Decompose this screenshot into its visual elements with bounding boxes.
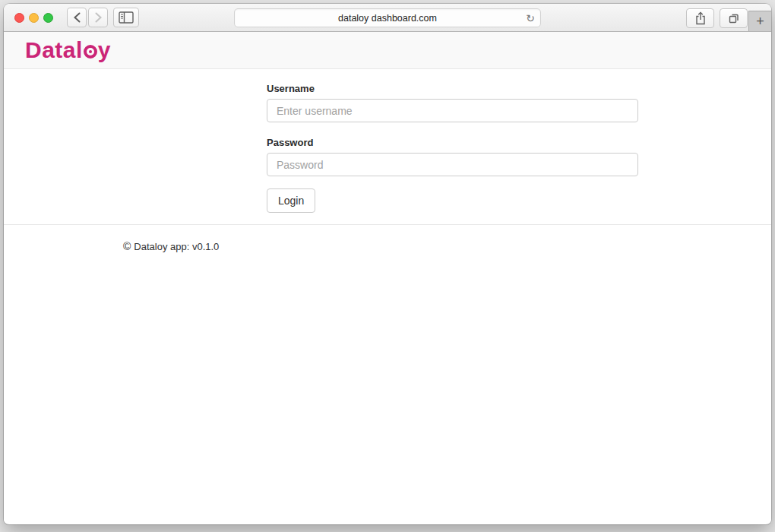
dataloy-logo: Datal y (25, 37, 111, 63)
forward-button[interactable] (88, 8, 108, 27)
chevron-right-icon (94, 12, 103, 23)
browser-toolbar: dataloy dashboard.com ↻ + (4, 4, 771, 32)
username-input[interactable] (267, 99, 638, 122)
password-group: Password (267, 137, 771, 176)
new-tab-button[interactable]: + (748, 11, 771, 31)
sidebar-icon (119, 11, 134, 24)
tabs-icon (728, 12, 740, 24)
address-bar[interactable]: dataloy dashboard.com ↻ (234, 8, 541, 27)
tab-overview-button[interactable] (720, 8, 748, 28)
close-window-button[interactable] (14, 13, 24, 23)
logo-text-after: y (98, 37, 111, 63)
page-viewport: Datal y Username Password Login © Datalo… (4, 32, 771, 524)
logo-bullseye-o (84, 45, 97, 59)
login-form: Username Password Login (267, 83, 771, 213)
plus-icon: + (756, 14, 764, 30)
username-label: Username (267, 83, 771, 94)
zoom-window-button[interactable] (43, 13, 53, 23)
password-label: Password (267, 137, 771, 148)
nav-buttons (67, 8, 108, 27)
share-icon (695, 11, 706, 25)
chevron-left-icon (73, 12, 81, 23)
app-version-text: Dataloy app: v0.1.0 (134, 241, 219, 252)
password-input[interactable] (267, 153, 638, 176)
login-button[interactable]: Login (267, 188, 315, 213)
username-group: Username (267, 83, 771, 122)
back-button[interactable] (67, 8, 87, 27)
browser-window: dataloy dashboard.com ↻ + (4, 4, 771, 524)
page-footer: © Dataloy app: v0.1.0 (4, 225, 771, 252)
url-text: dataloy dashboard.com (338, 13, 437, 24)
login-section: Username Password Login (4, 69, 771, 225)
copyright-icon: © (123, 240, 131, 252)
logo-text-before: Datal (25, 37, 83, 63)
site-header: Datal y (4, 32, 771, 69)
toolbar-right-buttons (686, 8, 748, 28)
sidebar-toggle-button[interactable] (113, 8, 139, 27)
window-controls (14, 13, 53, 23)
share-button[interactable] (686, 8, 714, 28)
minimize-window-button[interactable] (29, 13, 39, 23)
reload-icon[interactable]: ↻ (526, 13, 535, 24)
